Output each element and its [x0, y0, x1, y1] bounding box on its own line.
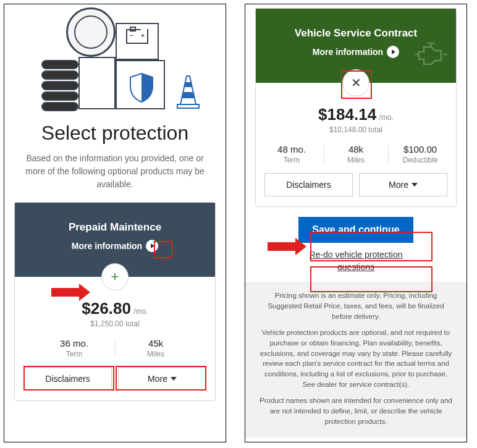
more-info-label: More information	[313, 47, 383, 57]
fine-print-2: Vehicle protection products are optional…	[258, 328, 454, 389]
disclaimers-button[interactable]: Disclaimers	[23, 367, 112, 391]
redo-questions-link[interactable]: Re-do vehicle protection questions	[300, 249, 412, 273]
price-value: $184.14	[318, 105, 376, 124]
price-value: $26.80	[82, 299, 131, 318]
arrow-to-save	[268, 238, 306, 255]
term-label: Term	[33, 350, 115, 358]
deductible-value: $100.00	[388, 144, 452, 154]
fine-print-3: Product names shown are intended for con…	[258, 395, 454, 426]
miles-label: Miles	[115, 350, 196, 358]
page-subtitle: Based on the information you provided, o…	[4, 148, 226, 200]
add-product-button[interactable]: +	[101, 263, 129, 290]
arrow-to-add	[51, 284, 90, 301]
play-icon	[387, 46, 399, 58]
engine-icon	[413, 40, 450, 70]
miles-value: 45k	[115, 338, 196, 349]
more-information-link[interactable]: More information	[72, 240, 158, 252]
product-title: Vehicle Service Contract	[256, 27, 456, 40]
vehicle-service-panel: Vehicle Service Contract More informatio…	[245, 4, 467, 442]
vehicle-service-card: Vehicle Service Contract More informatio…	[255, 8, 457, 207]
fine-print-section: Pricing shown is an estimate only. Prici…	[245, 282, 466, 437]
play-icon	[146, 240, 158, 252]
more-button[interactable]: More	[118, 367, 206, 391]
save-and-continue-button[interactable]: Save and continue	[298, 217, 413, 243]
chevron-down-icon	[412, 183, 418, 187]
term-value: 48 mo.	[260, 144, 324, 154]
close-icon: ✕	[351, 75, 361, 90]
more-button[interactable]: More	[359, 173, 447, 197]
protection-illustration: −	[4, 4, 226, 116]
more-info-label: More information	[72, 241, 142, 251]
plus-icon: +	[111, 269, 119, 285]
price-per-month: /mo.	[379, 113, 394, 122]
disclaimers-button[interactable]: Disclaimers	[264, 173, 353, 197]
more-information-link[interactable]: More information	[313, 46, 399, 58]
fine-print-1: Pricing shown is an estimate only. Prici…	[258, 290, 454, 321]
term-value: 36 mo.	[33, 338, 115, 349]
prepaid-maintenance-card: Prepaid Maintence More information + $26…	[14, 202, 216, 401]
deductible-label: Deductible	[388, 156, 452, 164]
remove-product-button[interactable]: ✕	[342, 69, 369, 96]
chevron-down-icon	[171, 377, 177, 381]
price-total: $10,148.00 total	[256, 125, 456, 134]
price-per-month: /mo.	[133, 307, 148, 316]
select-protection-panel: − Select protection Based on the informa…	[4, 4, 226, 442]
page-title: Select protection	[4, 116, 226, 148]
price-total: $1,250.00 total	[15, 319, 215, 328]
miles-label: Miles	[324, 156, 388, 164]
shield-icon	[128, 72, 155, 103]
cone-icon	[174, 74, 202, 111]
miles-value: 48k	[324, 144, 388, 154]
product-title: Prepaid Maintence	[15, 221, 215, 234]
term-label: Term	[260, 156, 324, 164]
